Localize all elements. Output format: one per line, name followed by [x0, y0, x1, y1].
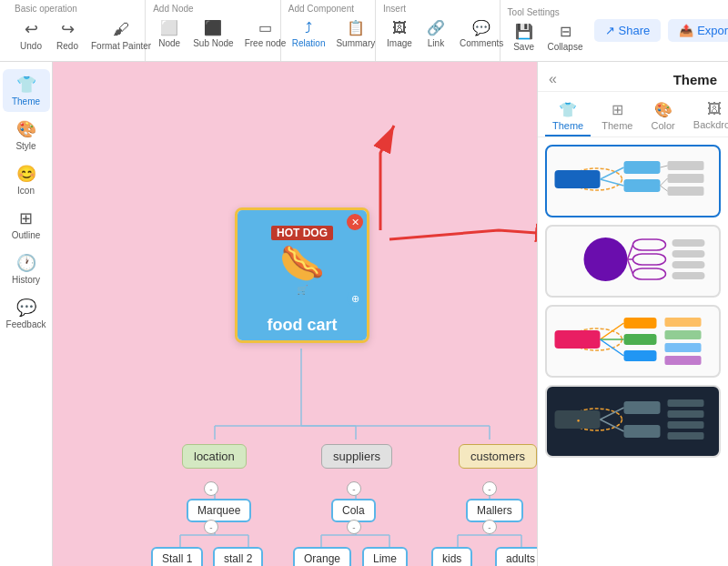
adults-label: adults	[506, 552, 535, 565]
export-button[interactable]: 📤 Export	[668, 19, 728, 42]
theme-icon: 👕	[16, 75, 36, 95]
image-button[interactable]: 🖼 Image	[383, 18, 416, 50]
link-icon: 🔗	[427, 19, 445, 36]
theme-card-1[interactable]	[545, 145, 721, 217]
left-panel-icon[interactable]: 😊 Icon	[3, 158, 50, 201]
svg-rect-48	[624, 318, 657, 328]
image-icon: 🖼	[392, 20, 407, 36]
export-label: Export	[697, 24, 728, 37]
tab-theme-grid-label: Theme	[602, 120, 632, 131]
stall1-label: Stall 1	[162, 552, 192, 565]
svg-line-39	[628, 245, 633, 259]
svg-rect-31	[668, 187, 704, 196]
customers-expand[interactable]: -	[482, 481, 497, 496]
summary-button[interactable]: 📋 Summary	[332, 17, 379, 50]
tab-color-icon: 🎨	[654, 101, 672, 118]
tab-theme-icon[interactable]: 👕 Theme	[545, 97, 591, 136]
root-node-image: ✕ HOT DOG 🌭 🛒 ⊕	[238, 210, 367, 310]
adults-node[interactable]: adults	[495, 547, 537, 566]
comments-icon: 💬	[472, 19, 490, 36]
tab-backdrop[interactable]: 🖼 Backdrop	[686, 97, 728, 136]
svg-rect-37	[633, 254, 666, 265]
undo-icon: ↩	[25, 19, 38, 39]
svg-rect-47	[555, 330, 601, 349]
location-node[interactable]: location	[182, 444, 247, 469]
free-node-icon: ▭	[258, 19, 272, 36]
main-area: 👕 Theme 🎨 Style 😊 Icon ⊞ Outline 🕐 Histo…	[0, 62, 728, 566]
sub-node-icon: ⬛	[204, 19, 222, 36]
stall2-label: stall 2	[224, 552, 252, 565]
sub-node-label: Sub Node	[193, 38, 233, 48]
left-panel-outline[interactable]: ⊞ Outline	[3, 203, 50, 246]
right-sidebar: « Theme 👕 Theme ⊞ Theme 🎨 Color 🖼 Backdr…	[537, 62, 728, 566]
left-panel-style[interactable]: 🎨 Style	[3, 114, 50, 157]
location-expand[interactable]: -	[204, 481, 218, 496]
group-label-insert: Insert	[383, 4, 406, 14]
left-panel-history[interactable]: 🕐 History	[3, 248, 50, 290]
svg-line-51	[601, 323, 624, 339]
tab-color[interactable]: 🎨 Color	[644, 97, 682, 136]
relation-button[interactable]: ⤴ Relation	[288, 18, 329, 50]
link-label: Link	[428, 38, 444, 48]
close-icon[interactable]: ✕	[347, 214, 363, 230]
expand-icon[interactable]: ⊕	[347, 290, 363, 307]
svg-rect-45	[672, 272, 705, 279]
sidebar-collapse-left[interactable]: «	[549, 71, 557, 87]
location-label: location	[194, 450, 235, 463]
suppliers-expand[interactable]: -	[347, 481, 361, 496]
link-button[interactable]: 🔗 Link	[420, 17, 452, 50]
svg-rect-54	[665, 318, 702, 327]
style-icon: 🎨	[16, 119, 36, 139]
svg-rect-56	[665, 343, 702, 352]
svg-line-41	[628, 259, 633, 274]
share-button[interactable]: ↗ Share	[594, 19, 662, 42]
tab-theme-grid[interactable]: ⊞ Theme	[594, 97, 640, 136]
mallers-expand[interactable]: -	[482, 520, 497, 534]
svg-rect-25	[624, 161, 661, 174]
relation-icon: ⤴	[305, 20, 312, 36]
stall1-node[interactable]: Stall 1	[151, 547, 203, 566]
sidebar-header: « Theme	[538, 62, 728, 92]
root-node[interactable]: ✕ HOT DOG 🌭 🛒 ⊕ food cart	[235, 207, 369, 343]
toolbar-group-add-component: Add Component ⤴ Relation 📋 Summary	[281, 0, 376, 61]
stall2-node[interactable]: stall 2	[213, 547, 263, 566]
svg-rect-64	[668, 399, 704, 407]
collapse-label: Collapse	[548, 42, 583, 52]
marquee-expand[interactable]: -	[204, 520, 218, 534]
left-panel-feedback[interactable]: 💬 Feedback	[3, 292, 50, 335]
undo-button[interactable]: ↩ Undo	[15, 17, 47, 53]
export-icon: 📤	[679, 24, 693, 37]
orange-node[interactable]: Orange	[293, 547, 351, 566]
tab-theme-icon-icon: 👕	[559, 101, 577, 118]
group-label-add-component: Add Component	[288, 4, 354, 14]
theme-preview-1	[551, 150, 715, 208]
root-node-label: food cart	[238, 310, 367, 340]
sub-node-button[interactable]: ⬛ Sub Node	[189, 17, 237, 50]
kids-node[interactable]: kids	[431, 547, 472, 566]
node-button[interactable]: ⬜ Node	[153, 17, 186, 50]
suppliers-node[interactable]: suppliers	[321, 444, 392, 469]
canvas[interactable]: ✕ HOT DOG 🌭 🛒 ⊕ food cart location - Mar…	[53, 62, 537, 566]
cola-expand[interactable]: -	[347, 520, 361, 534]
svg-point-35	[584, 238, 628, 281]
tool-settings-btns: 💾 Save ⊟ Collapse	[508, 21, 587, 54]
add-node-items: ⬜ Node ⬛ Sub Node ▭ Free node	[153, 17, 289, 50]
theme-card-4[interactable]: ●	[545, 385, 721, 458]
svg-rect-38	[633, 268, 666, 279]
save-button[interactable]: 💾 Save	[508, 21, 541, 54]
format-painter-button[interactable]: 🖌 Format Painter	[87, 18, 155, 53]
suppliers-label: suppliers	[333, 450, 380, 463]
outline-icon: ⊞	[19, 208, 33, 228]
theme-card-2[interactable]	[545, 225, 721, 298]
lime-node[interactable]: Lime	[362, 547, 408, 566]
tab-color-label: Color	[652, 120, 675, 131]
marquee-node[interactable]: Marquee	[187, 499, 251, 522]
tab-backdrop-icon: 🖼	[707, 101, 722, 117]
collapse-button[interactable]: ⊟ Collapse	[544, 21, 587, 54]
left-panel-theme[interactable]: 👕 Theme	[3, 69, 50, 112]
redo-label: Redo	[56, 41, 78, 51]
mallers-node[interactable]: Mallers	[466, 499, 523, 522]
theme-card-3[interactable]	[545, 305, 721, 378]
redo-button[interactable]: ↪ Redo	[51, 17, 84, 53]
customers-node[interactable]: customers	[459, 444, 537, 469]
